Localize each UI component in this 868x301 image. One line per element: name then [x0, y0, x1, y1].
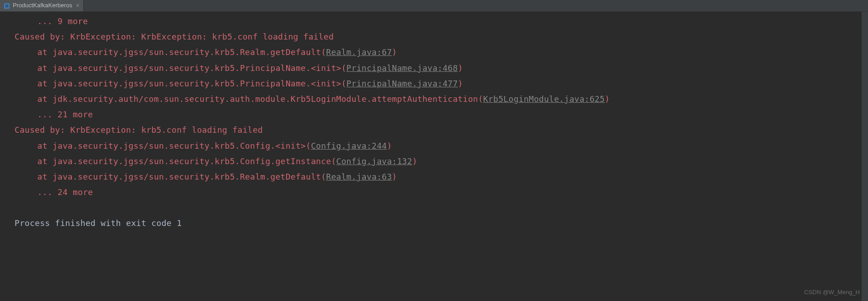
error-text: Caused by: KrbException: KrbException: k… [15, 32, 334, 41]
console-line: ... 9 more [5, 14, 868, 29]
scrollbar-vertical[interactable] [862, 12, 868, 301]
stack-prefix: at java.security.jgss/sun.security.krb5.… [37, 47, 326, 57]
console-line: ... 21 more [5, 107, 868, 122]
console-line: at java.security.jgss/sun.security.krb5.… [5, 138, 868, 154]
source-link[interactable]: Config.java:132 [336, 156, 412, 166]
console-line: at java.security.jgss/sun.security.krb5.… [5, 169, 868, 185]
console-line: at java.security.jgss/sun.security.krb5.… [5, 60, 868, 76]
error-text: ... 24 more [37, 187, 93, 197]
error-text: ... 21 more [37, 110, 93, 119]
stack-prefix: at java.security.jgss/sun.security.krb5.… [37, 79, 346, 88]
stack-prefix: at java.security.jgss/sun.security.krb5.… [37, 172, 326, 181]
stack-suffix: ) [412, 156, 417, 166]
source-link[interactable]: PrincipalName.java:477 [346, 79, 458, 88]
console-line: Caused by: KrbException: krb5.conf loadi… [5, 122, 868, 138]
console-line [5, 200, 868, 216]
console-line: Process finished with exit code 1 [5, 216, 868, 231]
stack-suffix: ) [387, 141, 392, 150]
stack-suffix: ) [392, 172, 397, 181]
stack-prefix: at java.security.jgss/sun.security.krb5.… [37, 156, 336, 166]
error-text: ... 9 more [37, 16, 88, 26]
run-config-icon [4, 3, 10, 9]
stack-prefix: at jdk.security.auth/com.sun.security.au… [37, 94, 483, 104]
watermark: CSDN @W_Meng_H [804, 287, 860, 298]
stack-suffix: ) [458, 63, 463, 73]
console-output[interactable]: ... 9 moreCaused by: KrbException: KrbEx… [0, 12, 868, 231]
tab-title: ProductKafkaKerberos [13, 0, 72, 11]
source-link[interactable]: PrincipalName.java:468 [346, 63, 458, 73]
source-link[interactable]: Realm.java:67 [326, 47, 392, 57]
error-text [15, 203, 20, 212]
source-link[interactable]: Krb5LoginModule.java:625 [483, 94, 605, 104]
console-line: ... 24 more [5, 185, 868, 200]
source-link[interactable]: Config.java:244 [311, 141, 387, 150]
tab-bar: ProductKafkaKerberos × [0, 0, 868, 12]
stack-suffix: ) [605, 94, 610, 104]
error-text: Caused by: KrbException: krb5.conf loadi… [15, 125, 263, 135]
console-line: at java.security.jgss/sun.security.krb5.… [5, 45, 868, 60]
stack-suffix: ) [458, 79, 463, 88]
svg-rect-1 [5, 4, 9, 7]
console-line: at java.security.jgss/sun.security.krb5.… [5, 154, 868, 169]
stack-prefix: at java.security.jgss/sun.security.krb5.… [37, 63, 346, 73]
console-line: at jdk.security.auth/com.sun.security.au… [5, 91, 868, 107]
source-link[interactable]: Realm.java:63 [326, 172, 392, 181]
console-line: Caused by: KrbException: KrbException: k… [5, 29, 868, 45]
run-tab[interactable]: ProductKafkaKerberos × [0, 0, 84, 11]
console-line: at java.security.jgss/sun.security.krb5.… [5, 76, 868, 91]
process-status: Process finished with exit code 1 [15, 218, 182, 228]
stack-prefix: at java.security.jgss/sun.security.krb5.… [37, 141, 311, 150]
close-icon[interactable]: × [76, 0, 80, 12]
stack-suffix: ) [392, 47, 397, 57]
